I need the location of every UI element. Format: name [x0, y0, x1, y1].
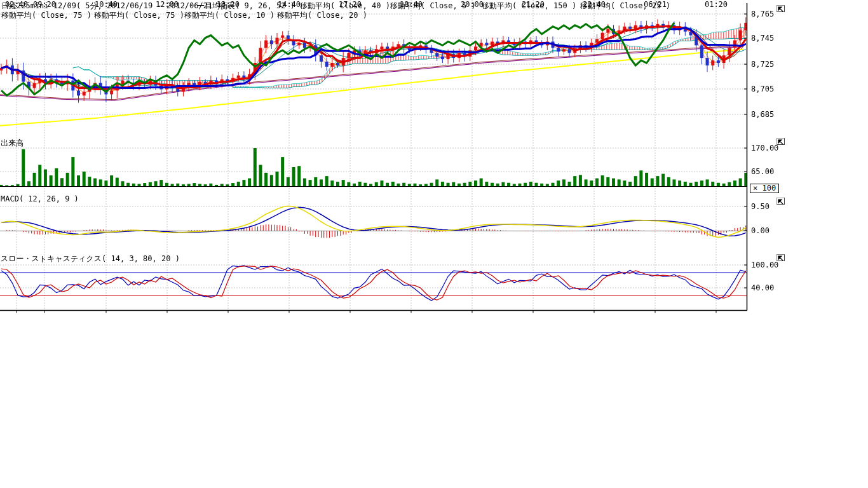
macd-axis-label: 9.50	[751, 202, 770, 211]
time-axis-label: 13:20	[217, 0, 240, 9]
time-axis-label: 12:00	[156, 0, 179, 9]
price-axis-label: 8,725	[751, 60, 774, 69]
trading-chart-window: 日経225mini 12/09( 5分, 2012/06/19 - 2012/0…	[0, 0, 868, 488]
time-axis-label: 20:00	[461, 0, 484, 9]
price-axis-scale-button[interactable]	[776, 5, 785, 12]
time-axis-label: 18:40	[400, 0, 423, 9]
time-axis-label: 17:20	[339, 0, 362, 9]
time-axis-label: 02:40	[5, 0, 28, 9]
time-axis-label: 06/21	[644, 0, 667, 9]
time-axis-label: 22:40	[583, 0, 606, 9]
volume-axis-label: 170.00	[751, 144, 778, 152]
time-axis-label: 14:40	[278, 0, 301, 9]
volume-axis-label: 65.00	[751, 167, 774, 176]
time-axis-label: 09:20	[33, 0, 56, 9]
price-axis-label: 8,765	[751, 10, 774, 18]
ma10-label: 移動平均( Close, 10 )	[184, 11, 275, 20]
stoch-panel-label: スロー・ストキャスティクス( 14, 3, 80, 20 )	[1, 254, 180, 264]
ma75b-label: 移動平均( Close, 75 )	[94, 11, 184, 20]
price-axis-label: 8,705	[751, 85, 774, 93]
time-axis-label: 10:40	[95, 0, 118, 9]
stoch-axis-label: 40.00	[751, 283, 774, 292]
price-axis-label: 8,745	[751, 34, 774, 43]
macd-axis-scale-button[interactable]	[776, 198, 785, 205]
macd-panel-label: MACD( 12, 26, 9 )	[1, 194, 79, 203]
macd-axis-label: 0.00	[751, 226, 770, 235]
stoch-axis-label: 100.00	[751, 261, 778, 269]
time-axis-label: 01:20	[705, 0, 728, 9]
volume-panel-label: 出来高	[1, 138, 24, 149]
arrow-up-left-icon	[778, 6, 783, 12]
time-axis-label: 21:20	[522, 0, 545, 9]
volume-multiplier-badge: × 100	[750, 184, 779, 193]
price-axis-label: 8,685	[751, 110, 774, 119]
ma75-label: 移動平均( Close, 75 )	[1, 11, 92, 20]
arrow-up-left-icon	[778, 199, 783, 205]
price-volume-macd-stoch-chart[interactable]	[0, 0, 794, 330]
ma20-label: 移動平均( Close, 20 )	[277, 11, 367, 20]
